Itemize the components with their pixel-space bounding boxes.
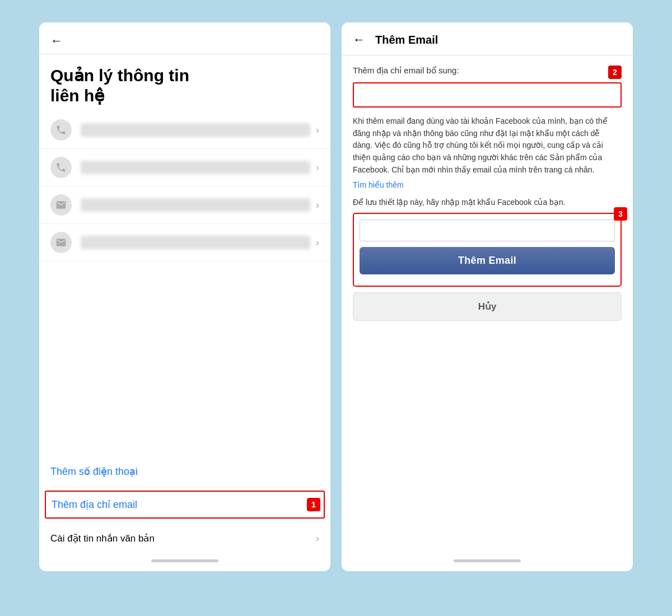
- email-field-label: Thêm địa chỉ email bổ sung:: [353, 66, 459, 76]
- contact-content-2: [81, 161, 310, 174]
- right-content: Thêm địa chỉ email bổ sung: 2 Khi thêm e…: [342, 55, 633, 554]
- left-header: ←: [39, 22, 330, 54]
- email-icon-1: [50, 194, 72, 216]
- left-page-title: Quản lý thông tin liên hệ: [39, 54, 330, 111]
- settings-chevron: ›: [316, 533, 319, 544]
- password-input[interactable]: [360, 220, 615, 241]
- phone-icon-1: [50, 119, 72, 141]
- home-indicator-right: [454, 559, 521, 562]
- contact-list: › › › ›: [39, 111, 330, 456]
- add-phone-link[interactable]: Thêm số điện thoại: [50, 456, 319, 487]
- left-screen: ← Quản lý thông tin liên hệ › ›: [39, 22, 330, 571]
- settings-text-messages[interactable]: Cài đặt tin nhắn văn bản ›: [39, 522, 330, 554]
- step-2-badge: 2: [608, 66, 622, 79]
- contact-item-phone-1[interactable]: ›: [39, 111, 330, 149]
- add-email-link[interactable]: Thêm địa chỉ email: [52, 496, 318, 513]
- contact-content-4: [81, 236, 310, 249]
- right-screen: ← Thêm Email Thêm địa chỉ email bổ sung:…: [342, 22, 633, 571]
- right-page-title: Thêm Email: [375, 34, 438, 46]
- left-back-arrow[interactable]: ←: [50, 34, 63, 48]
- contact-content-3: [81, 198, 310, 212]
- email-icon-2: [50, 232, 72, 253]
- right-back-arrow[interactable]: ←: [353, 32, 365, 47]
- right-bottom-bar: [342, 554, 633, 571]
- cancel-button[interactable]: Hủy: [353, 292, 622, 321]
- phone-icon-2: [50, 157, 72, 178]
- password-section-label: Để lưu thiết lập này, hãy nhập mật khẩu …: [353, 197, 622, 208]
- add-links-section: Thêm số điện thoại Thêm địa chỉ email 1: [39, 456, 330, 522]
- contact-content-1: [81, 123, 310, 137]
- email-input-wrapper: [353, 82, 622, 108]
- contact-item-phone-2[interactable]: ›: [39, 149, 330, 186]
- email-input[interactable]: [355, 85, 619, 105]
- learn-more-link[interactable]: Tìm hiểu thêm: [353, 180, 622, 189]
- info-text: Khi thêm email đang dùng vào tài khoản F…: [353, 115, 622, 176]
- home-indicator-left: [151, 559, 218, 562]
- chevron-2: ›: [316, 162, 319, 174]
- step-1-badge: 1: [307, 498, 320, 511]
- contact-item-email-2[interactable]: ›: [39, 224, 330, 262]
- right-header: ← Thêm Email: [342, 22, 633, 55]
- left-bottom-bar: [39, 554, 330, 571]
- contact-item-email-1[interactable]: ›: [39, 186, 330, 224]
- step-3-badge: 3: [614, 207, 627, 221]
- chevron-4: ›: [316, 237, 319, 249]
- password-and-button-wrapper: 3 Thêm Email: [353, 213, 622, 287]
- chevron-3: ›: [316, 199, 319, 211]
- chevron-1: ›: [316, 124, 319, 136]
- add-email-button[interactable]: Thêm Email: [360, 247, 615, 274]
- settings-label: Cài đặt tin nhắn văn bản: [50, 533, 155, 544]
